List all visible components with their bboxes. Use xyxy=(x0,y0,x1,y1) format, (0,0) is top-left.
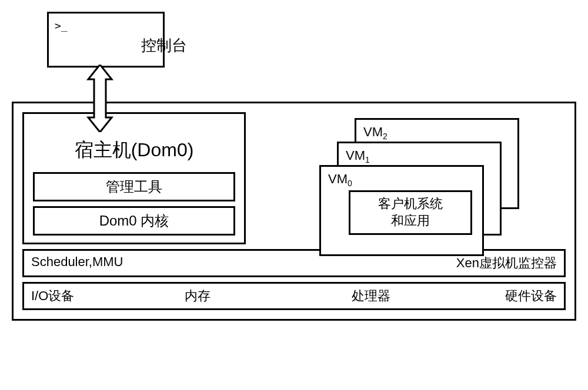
vm2-label: VM2 xyxy=(363,125,387,139)
xen-monitor-label: Xen虚拟机监控器 xyxy=(456,254,557,272)
dom0-title: 宿主机(Dom0) xyxy=(33,137,235,163)
processor-label: 处理器 xyxy=(309,287,433,305)
vm0-box: VM0 客户机系统 和应用 xyxy=(319,165,484,256)
vm-stack: VM2 VM1 VM0 客户机系统 和应用 xyxy=(319,118,519,244)
memory-label: 内存 xyxy=(155,287,309,305)
mgmt-tools-box: 管理工具 xyxy=(33,172,235,201)
vm0-label: VM0 xyxy=(328,172,352,186)
scheduler-label: Scheduler,MMU xyxy=(31,254,123,272)
dom0-kernel-box: Dom0 内核 xyxy=(33,206,235,236)
guest-system-box: 客户机系统 和应用 xyxy=(349,190,472,234)
hw-devices-label: 硬件设备 xyxy=(433,287,557,305)
console-label: 控制台 xyxy=(141,35,187,56)
xen-monitor-row: Scheduler,MMU Xen虚拟机监控器 xyxy=(22,249,566,277)
guest-line1: 客户机系统 xyxy=(354,196,467,213)
dom0-host-box: 宿主机(Dom0) 管理工具 Dom0 内核 xyxy=(22,112,246,244)
console-prompt: >_ xyxy=(55,19,68,32)
bidirectional-arrow-icon xyxy=(85,65,115,135)
hardware-row: I/O设备 内存 处理器 硬件设备 xyxy=(22,282,566,310)
svg-marker-0 xyxy=(88,65,112,132)
vm1-label: VM1 xyxy=(346,148,370,163)
io-devices-label: I/O设备 xyxy=(31,287,155,305)
guest-line2: 和应用 xyxy=(354,213,467,230)
